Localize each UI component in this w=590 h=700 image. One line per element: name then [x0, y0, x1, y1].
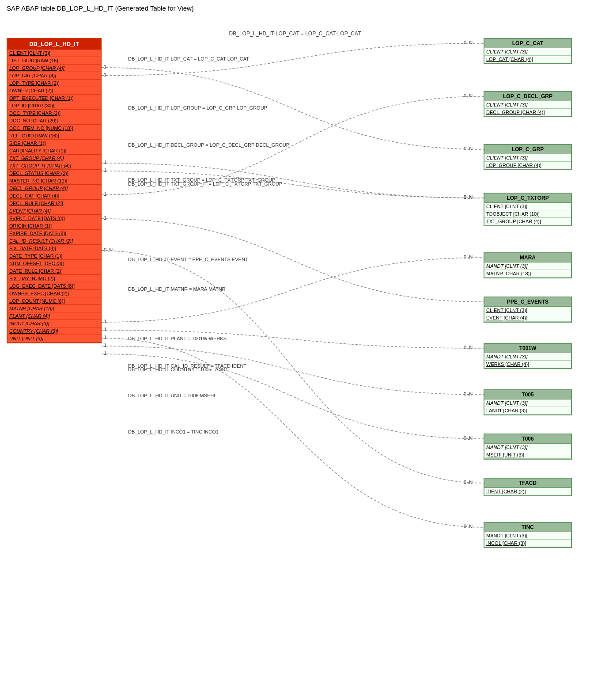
ref-table-field: INCO1 [CHAR (3)]	[484, 540, 571, 547]
main-table-field: FIX_DAY [NUMC (2)]	[8, 275, 101, 282]
main-table-field: OPT_EXECUTED [CHAR (1)]	[8, 95, 101, 102]
main-table-field: DOC_TYPE [CHAR (2)]	[8, 110, 101, 117]
main-table-field: UNIT [UNIT (3)]	[8, 335, 101, 342]
main-table-field: DECL_STATUS [CHAR (2)]	[8, 170, 101, 177]
ref-table-field: CLIENT [CLNT (3)]	[484, 203, 571, 210]
ref-table-tinc: TINCMANDT [CLNT (3)]INCO1 [CHAR (3)]	[484, 522, 572, 548]
connector-label: DB_LOP_L_HD_IT·INCO1 = TINC·INCO1	[128, 429, 219, 434]
main-table-field: DECL_RULE [CHAR (2)]	[8, 200, 101, 207]
ref-table-field: CLIENT [CLNT (3)]	[484, 154, 571, 162]
ref-table-header: TINC	[484, 523, 571, 532]
main-table-field: LOP_ID [CHAR (30)]	[8, 102, 101, 110]
main-table-field: FIX_DATE [DATS (8)]	[8, 245, 101, 252]
cardinality-right: 0..N	[464, 435, 473, 441]
ref-table-lop_c_txtgrp: LOP_C_TXTGRPCLIENT [CLNT (3)]TDOBJECT [C…	[484, 193, 572, 226]
ref-table-field: MANDT [CLNT (3)]	[484, 262, 571, 270]
ref-table-tfacd: TFACDIDENT [CHAR (2)]	[484, 478, 572, 496]
main-table-field: OWNER_EXEC [CHAR (2)]	[8, 290, 101, 297]
cardinality-left: 1	[104, 191, 106, 197]
main-table-field: LOP_GROUP [CHAR (4)]	[8, 65, 101, 72]
main-table-field: REF_GUID [RAW (16)]	[8, 132, 101, 140]
ref-table-lop_c_decl_grp: LOP_C_DECL_GRPCLIENT [CLNT (3)]DECL_GROU…	[484, 91, 572, 117]
ref-table-header: TFACD	[484, 479, 571, 488]
cardinality-right: 0..N	[464, 93, 473, 98]
cardinality-left: 1	[104, 327, 106, 332]
main-table-field: OWNER [CHAR (2)]	[8, 87, 101, 95]
cardinality-left: 1	[104, 160, 106, 165]
main-table-field: NUM_OFFSET [DEC (3)]	[8, 260, 101, 267]
ref-table-field: LOP_CAT [CHAR (4)]	[484, 56, 571, 63]
ref-table-field: MATNR [CHAR (18)]	[484, 270, 571, 278]
cardinality-left: 0,.N	[104, 247, 113, 252]
main-table-field: TXT_GROUP [CHAR (4)]	[8, 155, 101, 162]
cardinality-left: 1	[104, 335, 106, 340]
ref-table-field: MSEHI [UNIT (3)]	[484, 451, 571, 459]
main-table-field: CLIENT [CLNT (3)]	[8, 49, 101, 57]
main-table-field: INCO1 [CHAR (3)]	[8, 320, 101, 327]
cardinality-left: 1.	[104, 350, 108, 356]
subtitle: DB_LOP_L_HD_IT·LOP_CAT = LOP_C_CAT·LOP_C…	[0, 30, 590, 37]
ref-table-field: MANDT [CLNT (3)]	[484, 532, 571, 540]
connector-label: DB_LOP_L_HD_IT·MATNR = MARA·MATNR	[128, 286, 226, 292]
ref-table-header: T006	[484, 434, 571, 444]
main-table-field: LOG_EXEC_DATE [DATS (8)]	[8, 282, 101, 290]
ref-table-t005: T005MANDT [CLNT (3)]LAND1 [CHAR (3)]	[484, 389, 572, 415]
connector-label: DB_LOP_L_HD_IT·EVENT = PPE_C_EVENTS·EVEN…	[128, 257, 248, 262]
ref-table-field: DECL_GROUP [CHAR (4)]	[484, 109, 571, 116]
ref-table-field: LAND1 [CHAR (3)]	[484, 407, 571, 415]
ref-table-header: T005	[484, 390, 571, 399]
main-table-field: DECL_GROUP [CHAR (4)]	[8, 185, 101, 192]
ref-table-lop_c_cat: LOP_C_CATCLIENT [CLNT (3)]LOP_CAT [CHAR …	[484, 38, 572, 64]
ref-table-header: LOP_C_GRP	[484, 145, 571, 154]
cardinality-left: 1	[104, 167, 106, 173]
main-table-field: DECL_CAT [CHAR (4)]	[8, 192, 101, 200]
ref-table-t001w: T001WMANDT [CLNT (3)]WERKS [CHAR (4)]	[484, 343, 572, 369]
cardinality-left: 1	[104, 319, 106, 324]
ref-table-field: TXT_GROUP [CHAR (4)]	[484, 218, 571, 225]
connector-label: DB_LOP_L_HD_IT·LOP_CAT = LOP_C_CAT·LOP_C…	[128, 56, 249, 61]
connector-label: DB_LOP_L_HD_IT·DECL_GROUP = LOP_C_DECL_G…	[128, 142, 289, 148]
ref-table-ppe_c_events: PPE_C_EVENTSCLIENT [CLNT (3)]EVENT [CHAR…	[484, 297, 572, 323]
main-table-field: TXT_GROUP_IT [CHAR (4)]	[8, 162, 101, 170]
ref-table-header: LOP_C_TXTGRP	[484, 194, 571, 203]
ref-table-field: MANDT [CLNT (3)]	[484, 353, 571, 361]
main-table-field: DOC_ITEM_NO [NUMC (10)]	[8, 125, 101, 132]
ref-table-lop_c_grp: LOP_C_GRPCLIENT [CLNT (3)]LOP_GROUP [CHA…	[484, 144, 572, 170]
ref-table-header: T001W	[484, 344, 571, 353]
connector-label: DB_LOP_L_HD_IT·UNIT = T006·MSEHI	[128, 393, 215, 398]
main-table-field: COUNTRY [CHAR (3)]	[8, 327, 101, 335]
main-table-field: ORIGIN [CHAR (1)]	[8, 222, 101, 230]
ref-table-field: MANDT [CLNT (3)]	[484, 399, 571, 407]
ref-table-header: LOP_C_DECL_GRP	[484, 92, 571, 101]
ref-table-header: LOP_C_CAT	[484, 39, 571, 48]
main-table-field: DOC_NO [CHAR (20)]	[8, 117, 101, 125]
cardinality-left: 1	[104, 215, 106, 221]
main-table-field: CARDINALITY [CHAR (1)]	[8, 147, 101, 155]
ref-table-field: LOP_GROUP [CHAR (4)]	[484, 162, 571, 169]
ref-table-field: MANDT [CLNT (3)]	[484, 444, 571, 451]
cardinality-right: 0..N	[464, 345, 473, 350]
main-table-field: SIDE [CHAR (1)]	[8, 140, 101, 147]
ref-table-header: PPE_C_EVENTS	[484, 297, 571, 307]
ref-table-field: TDOBJECT [CHAR (10)]	[484, 210, 571, 218]
main-table-field: EVENT_DATE [DATS (8)]	[8, 215, 101, 222]
cardinality-right: 0..N	[464, 194, 473, 200]
cardinality-right: 0..N	[464, 254, 473, 259]
main-table-field: CAL_ID_RESULT [CHAR (2)]	[8, 237, 101, 245]
main-table-header: DB_LOP_L_HD_IT	[8, 39, 101, 49]
main-table-field: LOP_TYPE [CHAR (2)]	[8, 80, 101, 87]
main-table-field: EVENT [CHAR (4)]	[8, 207, 101, 215]
diagram-area: DB_LOP_L_HD_IT·LOP_CAT = LOP_C_CAT·LOP_C…	[0, 14, 590, 690]
ref-table-field: EVENT [CHAR (4)]	[484, 314, 571, 322]
cardinality-right: 0..N	[464, 40, 473, 45]
cardinality-right: 0..N	[464, 524, 473, 529]
cardinality-left: 1	[104, 64, 106, 69]
connector-label: DB_LOP_L_HD_IT·TXT_GROUP_IT = LOP_C_TXTG…	[128, 181, 282, 186]
ref-table-field: CLIENT [CLNT (3)]	[484, 307, 571, 314]
cardinality-right: 0..N	[464, 391, 473, 396]
connector-label: DB_LOP_L_HD_IT·CAL_ID_RESULT = TFACD·IDE…	[128, 363, 246, 369]
page-title: SAP ABAP table DB_LOP_L_HD_IT {Generated…	[0, 0, 590, 14]
main-table: DB_LOP_L_HD_IT CLIENT [CLNT (3)]LIST_GUI…	[7, 38, 102, 343]
ref-table-field: CLIENT [CLNT (3)]	[484, 101, 571, 109]
main-table-field: LIST_GUID [RAW (16)]	[8, 57, 101, 65]
